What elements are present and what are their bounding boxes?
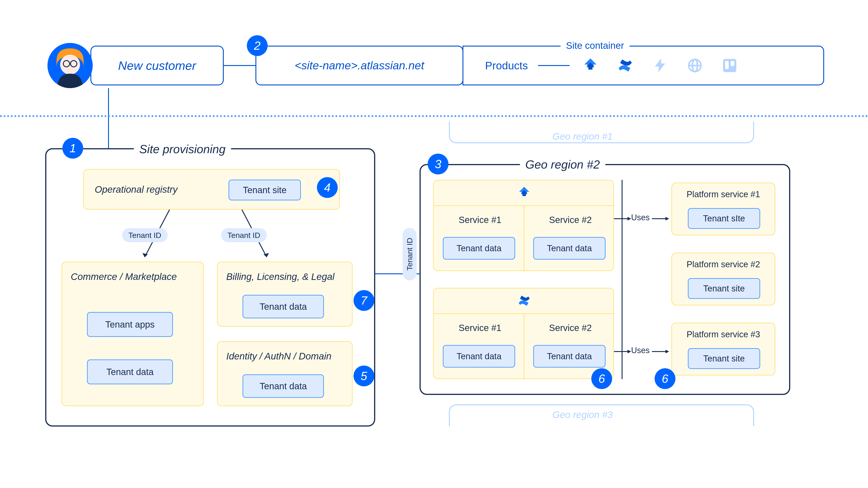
tenant-site-box: Tenant site xyxy=(688,278,760,299)
svg-rect-9 xyxy=(725,61,729,69)
tenant-data-label: Tenant data xyxy=(457,243,502,253)
tenant-data-label: Tenant data xyxy=(259,381,307,391)
step-2: 2 xyxy=(247,35,268,56)
tenant-site-box: Tenant sIte xyxy=(688,208,760,229)
tenant-site-label: Tenant sIte xyxy=(703,214,745,223)
tenant-id-pill: Tenant ID xyxy=(403,228,416,281)
service-2-label: Service #2 xyxy=(549,323,592,333)
tenant-data-label: Tenant data xyxy=(106,367,153,377)
svg-marker-20 xyxy=(627,350,631,353)
uses-label: Uses xyxy=(631,346,650,355)
site-container-title: Site container xyxy=(561,40,629,51)
service-1-label: Service #1 xyxy=(459,215,501,225)
bolt-icon xyxy=(652,57,668,74)
platform-service-1-box: Platform service #1 Tenant sIte xyxy=(671,183,775,235)
connector xyxy=(224,65,255,66)
step-4: 4 xyxy=(317,177,338,198)
site-name-label: <site-name>.atlassian.net xyxy=(295,59,424,72)
confluence-icon xyxy=(518,294,531,307)
ps3-label: Platform service #3 xyxy=(672,330,775,339)
billing-box: Billing, Licensing, & Legal Tenant data xyxy=(217,262,352,327)
connector xyxy=(108,88,109,148)
divider xyxy=(463,46,463,86)
confluence-services-box: Service #1 Service #2 Tenant data Tenant… xyxy=(433,288,614,379)
svg-marker-16 xyxy=(627,217,631,221)
service-1-label: Service #1 xyxy=(459,323,501,333)
tenant-apps-label: Tenant apps xyxy=(105,320,155,330)
globe-icon xyxy=(687,57,703,74)
uses-label: Uses xyxy=(631,213,650,222)
step-5: 5 xyxy=(353,365,374,386)
jira-services-box: Service #1 Service #2 Tenant data Tenant… xyxy=(433,180,614,271)
tenant-site-box: Tenant site xyxy=(688,348,760,369)
tenant-apps-box: Tenant apps xyxy=(87,312,173,337)
site-provisioning-title: Site provisioning xyxy=(134,142,231,156)
step-7: 7 xyxy=(353,290,374,311)
op-registry-title: Operational registry xyxy=(95,184,178,195)
product-icons-row xyxy=(582,57,738,74)
tenant-data-label: Tenant data xyxy=(457,352,502,361)
billing-title: Billing, Licensing, & Legal xyxy=(226,271,335,282)
divider xyxy=(622,180,622,379)
arrow xyxy=(614,350,631,353)
geo-region-3-label: Geo region #3 xyxy=(547,410,618,420)
tenant-data-label: Tenant data xyxy=(547,352,592,361)
geo-region-2-title: Geo region #2 xyxy=(520,158,605,171)
dotted-divider xyxy=(0,115,868,117)
line xyxy=(538,65,569,66)
platform-service-3-box: Platform service #3 Tenant site xyxy=(671,323,775,376)
tenant-site-label: Tenant site xyxy=(703,284,745,293)
new-customer-box: New customer xyxy=(90,46,224,86)
tenant-data-box: Tenant data xyxy=(243,295,324,318)
operational-registry-box: Operational registry Tenant site xyxy=(83,169,340,210)
ps1-label: Platform service #1 xyxy=(672,190,775,199)
step-3: 3 xyxy=(428,154,448,174)
tenant-data-label: Tenant data xyxy=(259,302,307,312)
tenant-data-box: Tenant data xyxy=(443,345,515,367)
commerce-box: Commerce / Marketplace Tenant apps Tenan… xyxy=(61,262,204,406)
arrow xyxy=(614,217,631,221)
tenant-data-label: Tenant data xyxy=(547,243,592,253)
svg-rect-10 xyxy=(731,61,735,66)
step-1: 1 xyxy=(62,138,83,159)
service-2-label: Service #2 xyxy=(549,215,592,225)
site-name-box: <site-name>.atlassian.net xyxy=(255,46,463,86)
ps2-label: Platform service #2 xyxy=(672,260,775,269)
svg-marker-12 xyxy=(143,253,148,257)
new-customer-label: New customer xyxy=(118,59,196,72)
divider xyxy=(524,205,524,272)
step-6: 6 xyxy=(655,368,675,389)
identity-box: Identity / AuthN / Domain Tenant data xyxy=(217,341,352,406)
tenant-data-box: Tenant data xyxy=(533,345,606,367)
geo-region-1-label: Geo region #1 xyxy=(547,131,618,142)
confluence-icon xyxy=(617,57,633,74)
tenant-data-box: Tenant data xyxy=(243,375,324,398)
avatar xyxy=(48,43,93,88)
jira-icon xyxy=(518,186,531,199)
products-label: Products xyxy=(485,59,528,72)
tenant-id-pill: Tenant ID xyxy=(221,228,267,242)
trello-icon xyxy=(721,57,738,74)
divider xyxy=(524,313,524,380)
platform-service-2-box: Platform service #2 Tenant site xyxy=(671,253,775,305)
tenant-data-box: Tenant data xyxy=(87,359,173,384)
svg-marker-18 xyxy=(665,217,669,221)
step-6: 6 xyxy=(591,368,612,389)
tenant-id-pill: Tenant ID xyxy=(122,228,168,242)
svg-marker-22 xyxy=(665,350,669,353)
tenant-data-box: Tenant data xyxy=(443,237,515,260)
tenant-data-box: Tenant data xyxy=(533,237,606,260)
identity-title: Identity / AuthN / Domain xyxy=(226,351,331,362)
commerce-title: Commerce / Marketplace xyxy=(71,271,177,282)
svg-rect-8 xyxy=(723,59,737,72)
arrow xyxy=(652,217,669,221)
svg-marker-14 xyxy=(264,253,269,257)
tenant-site-label: Tenant site xyxy=(243,185,286,195)
arrow xyxy=(652,350,669,353)
tenant-site-label: Tenant site xyxy=(703,354,745,363)
jira-icon xyxy=(582,57,598,74)
tenant-site-box: Tenant site xyxy=(228,180,301,200)
